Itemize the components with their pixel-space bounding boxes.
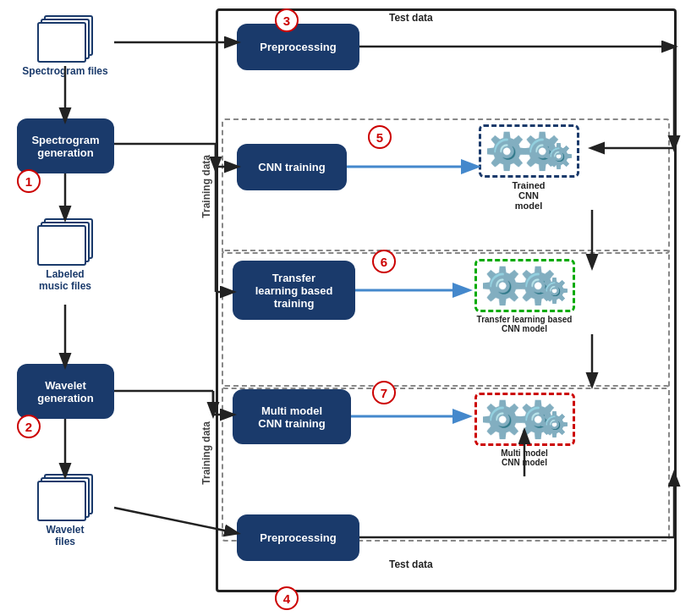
- transfer-learning-label: Transferlearning basedtraining: [255, 272, 333, 310]
- circle-5: 5: [368, 125, 392, 149]
- wavelet-pages: [36, 474, 95, 520]
- file-page: [37, 22, 86, 63]
- spectrogram-files-label: Spectrogram files: [22, 65, 107, 77]
- circle-1: 1: [17, 169, 41, 193]
- multi-model-label: Multi modelCNN training: [258, 404, 325, 430]
- multi-cnn-label: Multi modelCNN model: [501, 448, 548, 467]
- preprocessing-bot-box: Preprocessing: [237, 514, 359, 561]
- wavelet-generation-box: Waveletgeneration: [17, 364, 114, 419]
- gear-icon-small3: ⚙️: [540, 410, 569, 438]
- circle-2: 2: [17, 415, 41, 438]
- cnn-training-label: CNN training: [258, 161, 325, 173]
- circle-7: 7: [372, 381, 396, 404]
- transfer-cnn-model: ⚙️⚙️ ⚙️ Transfer learning based CNN mode…: [469, 250, 579, 343]
- transfer-learning-box: Transferlearning basedtraining: [233, 261, 355, 320]
- training-data-label-2: Training data: [200, 389, 212, 516]
- circle-6: 6: [372, 250, 396, 273]
- spectrogram-pages: [36, 15, 95, 62]
- preprocessing-bot-label: Preprocessing: [260, 531, 336, 544]
- gear-icon-small2: ⚙️: [540, 277, 569, 305]
- transfer-cnn-label: Transfer learning based CNN model: [469, 315, 579, 333]
- file-page: [37, 481, 86, 521]
- trained-cnn-model: ⚙️⚙️ ⚙️ TrainedCNNmodel: [478, 125, 579, 210]
- labeled-music-stack: Labeledmusic files: [19, 218, 112, 292]
- labeled-music-pages: [36, 218, 95, 265]
- trained-cnn-label: TrainedCNNmodel: [512, 180, 545, 211]
- transfer-cnn-border: ⚙️⚙️ ⚙️: [474, 259, 575, 312]
- preprocessing-top-box: Preprocessing: [237, 24, 359, 70]
- wavelet-generation-label: Waveletgeneration: [37, 379, 93, 404]
- file-page: [37, 225, 86, 266]
- multi-cnn-border: ⚙️⚙️ ⚙️: [474, 393, 575, 446]
- spectrogram-files-stack: Spectrogram files: [19, 15, 112, 77]
- circle-3: 3: [275, 8, 299, 32]
- cnn-training-box: CNN training: [237, 144, 347, 190]
- training-data-label-1: Training data: [200, 131, 212, 241]
- test-data-top-label: Test data: [389, 12, 433, 24]
- test-data-bot-label: Test data: [389, 558, 433, 570]
- circle-4: 4: [275, 586, 299, 610]
- wavelet-files-label: Waveletfiles: [47, 524, 85, 547]
- gear-icon-small: ⚙️: [544, 142, 573, 170]
- trained-cnn-border: ⚙️⚙️ ⚙️: [479, 124, 579, 178]
- preprocessing-top-label: Preprocessing: [260, 41, 336, 53]
- labeled-music-label: Labeledmusic files: [39, 268, 91, 292]
- spectrogram-generation-box: Spectrogramgeneration: [17, 118, 114, 173]
- multi-model-box: Multi modelCNN training: [233, 389, 351, 444]
- spectrogram-generation-label: Spectrogramgeneration: [31, 134, 99, 159]
- wavelet-files-stack: Waveletfiles: [19, 474, 112, 547]
- multi-cnn-model: ⚙️⚙️ ⚙️ Multi modelCNN model: [469, 383, 579, 476]
